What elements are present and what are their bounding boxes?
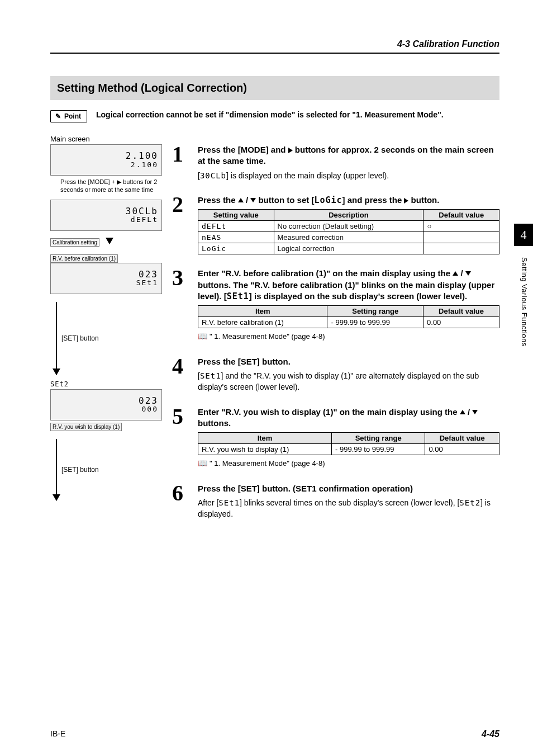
- step-6-body: After [SEt1] blinks several times on the…: [198, 498, 499, 519]
- text: buttons.: [198, 418, 231, 428]
- td: Measured correction: [274, 232, 423, 243]
- td: ○: [423, 221, 499, 232]
- down-arrow-icon: [106, 238, 113, 244]
- step-6: 6 Press the [SET] button. (SET1 confirma…: [172, 483, 499, 523]
- seg-text: SEt2: [459, 498, 480, 507]
- down-icon: [250, 198, 256, 202]
- hold-note: Press the [MODE] + ▶ buttons for 2 secon…: [60, 178, 162, 194]
- td: 0.00: [423, 317, 499, 328]
- th: Default value: [425, 433, 499, 444]
- th: Description: [274, 210, 423, 221]
- screen-rv-display: 023 000: [50, 389, 162, 420]
- seg-text: LoGic: [314, 195, 342, 205]
- flow-arrow-icon: [56, 302, 57, 375]
- book-icon: 📖: [198, 459, 207, 467]
- right-column: 1 Press the [MODE] and buttons for appro…: [172, 144, 499, 533]
- step-3-table: Item Setting range Default value R.V. be…: [198, 305, 499, 328]
- down-icon: [472, 410, 478, 414]
- step-number: 2: [172, 195, 190, 258]
- footer-page: 4-45: [482, 729, 499, 739]
- calib-setting-caption: Calibration setting: [50, 238, 99, 247]
- text: button to set [: [256, 195, 314, 205]
- point-badge: ✎ Point: [50, 110, 87, 122]
- screen-rv-before: 023 SEt1: [50, 263, 162, 294]
- step-1: 1 Press the [MODE] and buttons for appro…: [172, 144, 499, 185]
- step-4-heading: Press the [SET] button.: [198, 356, 499, 367]
- step-number: 4: [172, 356, 190, 396]
- rv-before-caption: R.V. before calibration (1): [50, 254, 118, 263]
- point-text: Logical correction cannot be set if "dim…: [96, 110, 499, 119]
- text: Enter "R.V. you wish to display (1)" on …: [198, 407, 460, 417]
- page-footer: IB-E 4-45: [50, 729, 499, 739]
- text: button.: [408, 195, 439, 205]
- step-1-body: [30CLb] is displayed on the main display…: [198, 171, 499, 182]
- td: Logical correction: [274, 243, 423, 254]
- th: Setting range: [332, 433, 425, 444]
- step-5: 5 Enter "R.V. you wish to display (1)" o…: [172, 407, 499, 474]
- th: Setting range: [327, 306, 423, 317]
- text: After [: [198, 498, 218, 507]
- step-number: 1: [172, 144, 190, 185]
- point-callout: ✎ Point Logical correction cannot be set…: [50, 110, 499, 122]
- th: Item: [198, 306, 327, 317]
- th: Setting value: [198, 210, 274, 221]
- step-1-heading: Press the [MODE] and buttons for approx.…: [198, 144, 499, 167]
- text: Press the [MODE] and: [198, 145, 288, 154]
- main-screen-label: Main screen: [50, 135, 499, 143]
- text: ] and press the: [342, 195, 404, 205]
- rv-display-caption: R.V. you wish to display (1): [50, 423, 122, 431]
- set-button-label-2: [SET] button: [61, 466, 99, 474]
- td: [423, 243, 499, 254]
- step-3-ref: 📖" 1. Measurement Mode" (page 4-8): [198, 332, 499, 341]
- td: 0.00: [425, 444, 499, 455]
- text: ] blinks several times on the sub displa…: [240, 498, 459, 507]
- ref-text: " 1. Measurement Mode" (page 4-8): [210, 459, 325, 467]
- step-4-body: [SEt1] and the "R.V. you wish to display…: [198, 371, 499, 393]
- step-6-heading: Press the [SET] button. (SET1 confirmati…: [198, 483, 499, 494]
- header-rule: [50, 53, 499, 54]
- screen-rv-before-line2: SEt1: [136, 279, 158, 287]
- screen-rv-display-line1: 023: [139, 396, 158, 406]
- seg-text: SEt1: [227, 291, 249, 301]
- text: ] and the "R.V. you wish to display (1)"…: [198, 371, 479, 391]
- step-3: 3 Enter "R.V. before calibration (1)" on…: [172, 268, 499, 346]
- step-5-ref: 📖" 1. Measurement Mode" (page 4-8): [198, 459, 499, 467]
- flow-arrow-icon-2: [56, 439, 57, 500]
- ref-text: " 1. Measurement Mode" (page 4-8): [210, 332, 325, 341]
- screen-rv-display-line2: 000: [142, 405, 158, 413]
- set-button-label-1: [SET] button: [61, 334, 99, 342]
- td: R.V. before calibration (1): [198, 317, 327, 328]
- screen-main-line1: 2.100: [126, 151, 158, 161]
- step-number: 6: [172, 483, 190, 523]
- chapter-side-label: Setting Various Functions: [520, 257, 529, 347]
- step-5-table: Item Setting range Default value R.V. yo…: [198, 432, 499, 455]
- td: - 999.99 to 999.99: [332, 444, 425, 455]
- up-icon: [238, 198, 244, 202]
- td: LoGic: [198, 243, 274, 254]
- screen-calib: 30CLb dEFLt: [50, 200, 162, 231]
- step-2-table: Setting value Description Default value …: [198, 209, 499, 254]
- screen-main: 2.100 2.100: [50, 144, 162, 176]
- seg-text: SEt1: [200, 371, 221, 380]
- step-number: 3: [172, 268, 190, 346]
- point-badge-label: Point: [64, 112, 81, 120]
- td: R.V. you wish to display (1): [198, 444, 332, 455]
- step-5-heading: Enter "R.V. you wish to display (1)" on …: [198, 407, 499, 429]
- td: [423, 232, 499, 243]
- td: - 999.99 to 999.99: [327, 317, 423, 328]
- chapter-tab: 4: [514, 224, 533, 246]
- step-number: 5: [172, 407, 190, 474]
- down-icon: [465, 271, 471, 276]
- right-icon: [288, 148, 293, 153]
- step-4: 4 Press the [SET] button. [SEt1] and the…: [172, 356, 499, 396]
- text: ] is displayed on the main display (uppe…: [226, 171, 389, 180]
- pencil-icon: ✎: [55, 112, 61, 120]
- page-title: Setting Method (Logical Correction): [50, 76, 499, 100]
- seg-text: 30CLb: [200, 171, 226, 180]
- up-icon: [453, 271, 458, 276]
- seg-text: SEt1: [218, 498, 240, 507]
- screen-calib-line2: dEFLt: [131, 216, 158, 224]
- text: ] is displayed on the sub display's scre…: [249, 291, 467, 301]
- left-column: 2.100 2.100 Press the [MODE] + ▶ buttons…: [50, 144, 162, 533]
- screen-calib-line1: 30CLb: [126, 206, 158, 216]
